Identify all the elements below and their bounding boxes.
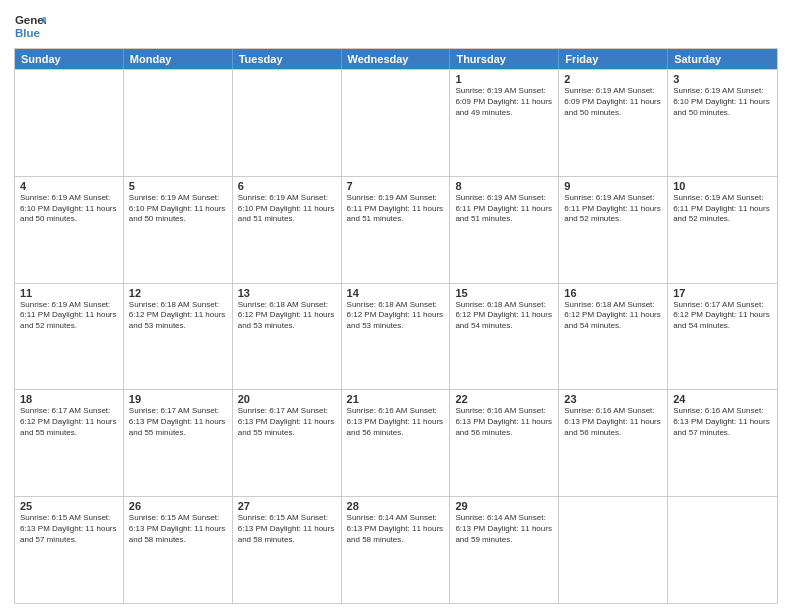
weekday-header: Friday: [559, 49, 668, 69]
day-number: 15: [455, 287, 553, 299]
calendar-day-7: 7Sunrise: 6:19 AM Sunset: 6:11 PM Daylig…: [342, 177, 451, 283]
day-number: 7: [347, 180, 445, 192]
calendar-header: SundayMondayTuesdayWednesdayThursdayFrid…: [15, 49, 777, 69]
day-info: Sunrise: 6:15 AM Sunset: 6:13 PM Dayligh…: [238, 513, 336, 545]
day-number: 6: [238, 180, 336, 192]
day-number: 11: [20, 287, 118, 299]
day-info: Sunrise: 6:19 AM Sunset: 6:10 PM Dayligh…: [673, 86, 772, 118]
day-number: 16: [564, 287, 662, 299]
logo: General Blue: [14, 10, 46, 42]
calendar-day-12: 12Sunrise: 6:18 AM Sunset: 6:12 PM Dayli…: [124, 284, 233, 390]
day-number: 14: [347, 287, 445, 299]
day-info: Sunrise: 6:19 AM Sunset: 6:11 PM Dayligh…: [20, 300, 118, 332]
day-info: Sunrise: 6:19 AM Sunset: 6:10 PM Dayligh…: [238, 193, 336, 225]
day-info: Sunrise: 6:16 AM Sunset: 6:13 PM Dayligh…: [347, 406, 445, 438]
calendar-day-15: 15Sunrise: 6:18 AM Sunset: 6:12 PM Dayli…: [450, 284, 559, 390]
day-info: Sunrise: 6:18 AM Sunset: 6:12 PM Dayligh…: [238, 300, 336, 332]
weekday-header: Tuesday: [233, 49, 342, 69]
weekday-header: Thursday: [450, 49, 559, 69]
day-info: Sunrise: 6:17 AM Sunset: 6:13 PM Dayligh…: [129, 406, 227, 438]
day-info: Sunrise: 6:17 AM Sunset: 6:12 PM Dayligh…: [20, 406, 118, 438]
day-number: 20: [238, 393, 336, 405]
day-info: Sunrise: 6:16 AM Sunset: 6:13 PM Dayligh…: [673, 406, 772, 438]
calendar-day-8: 8Sunrise: 6:19 AM Sunset: 6:11 PM Daylig…: [450, 177, 559, 283]
day-number: 24: [673, 393, 772, 405]
page: General Blue SundayMondayTuesdayWednesda…: [0, 0, 792, 612]
calendar-day-6: 6Sunrise: 6:19 AM Sunset: 6:10 PM Daylig…: [233, 177, 342, 283]
svg-text:Blue: Blue: [15, 27, 41, 39]
day-number: 23: [564, 393, 662, 405]
day-number: 27: [238, 500, 336, 512]
calendar-day-5: 5Sunrise: 6:19 AM Sunset: 6:10 PM Daylig…: [124, 177, 233, 283]
header: General Blue: [14, 10, 778, 42]
weekday-header: Wednesday: [342, 49, 451, 69]
day-number: 10: [673, 180, 772, 192]
weekday-header: Saturday: [668, 49, 777, 69]
day-info: Sunrise: 6:16 AM Sunset: 6:13 PM Dayligh…: [564, 406, 662, 438]
calendar-empty-cell: [15, 70, 124, 176]
calendar-row: 18Sunrise: 6:17 AM Sunset: 6:12 PM Dayli…: [15, 389, 777, 496]
calendar-day-18: 18Sunrise: 6:17 AM Sunset: 6:12 PM Dayli…: [15, 390, 124, 496]
calendar-day-14: 14Sunrise: 6:18 AM Sunset: 6:12 PM Dayli…: [342, 284, 451, 390]
calendar-day-3: 3Sunrise: 6:19 AM Sunset: 6:10 PM Daylig…: [668, 70, 777, 176]
day-number: 29: [455, 500, 553, 512]
day-info: Sunrise: 6:19 AM Sunset: 6:10 PM Dayligh…: [20, 193, 118, 225]
calendar-body: 1Sunrise: 6:19 AM Sunset: 6:09 PM Daylig…: [15, 69, 777, 603]
day-number: 22: [455, 393, 553, 405]
weekday-header: Sunday: [15, 49, 124, 69]
calendar-day-11: 11Sunrise: 6:19 AM Sunset: 6:11 PM Dayli…: [15, 284, 124, 390]
calendar-day-22: 22Sunrise: 6:16 AM Sunset: 6:13 PM Dayli…: [450, 390, 559, 496]
calendar-empty-cell: [668, 497, 777, 603]
day-info: Sunrise: 6:19 AM Sunset: 6:11 PM Dayligh…: [673, 193, 772, 225]
calendar-row: 11Sunrise: 6:19 AM Sunset: 6:11 PM Dayli…: [15, 283, 777, 390]
calendar-empty-cell: [342, 70, 451, 176]
day-info: Sunrise: 6:14 AM Sunset: 6:13 PM Dayligh…: [455, 513, 553, 545]
calendar-empty-cell: [559, 497, 668, 603]
calendar-day-23: 23Sunrise: 6:16 AM Sunset: 6:13 PM Dayli…: [559, 390, 668, 496]
calendar-day-10: 10Sunrise: 6:19 AM Sunset: 6:11 PM Dayli…: [668, 177, 777, 283]
svg-text:General: General: [15, 14, 46, 26]
calendar-day-27: 27Sunrise: 6:15 AM Sunset: 6:13 PM Dayli…: [233, 497, 342, 603]
day-number: 5: [129, 180, 227, 192]
day-info: Sunrise: 6:18 AM Sunset: 6:12 PM Dayligh…: [455, 300, 553, 332]
calendar-day-20: 20Sunrise: 6:17 AM Sunset: 6:13 PM Dayli…: [233, 390, 342, 496]
day-number: 9: [564, 180, 662, 192]
day-number: 3: [673, 73, 772, 85]
calendar-day-9: 9Sunrise: 6:19 AM Sunset: 6:11 PM Daylig…: [559, 177, 668, 283]
day-info: Sunrise: 6:15 AM Sunset: 6:13 PM Dayligh…: [129, 513, 227, 545]
day-info: Sunrise: 6:17 AM Sunset: 6:13 PM Dayligh…: [238, 406, 336, 438]
calendar-day-4: 4Sunrise: 6:19 AM Sunset: 6:10 PM Daylig…: [15, 177, 124, 283]
calendar-row: 25Sunrise: 6:15 AM Sunset: 6:13 PM Dayli…: [15, 496, 777, 603]
day-info: Sunrise: 6:19 AM Sunset: 6:10 PM Dayligh…: [129, 193, 227, 225]
calendar-day-13: 13Sunrise: 6:18 AM Sunset: 6:12 PM Dayli…: [233, 284, 342, 390]
weekday-header: Monday: [124, 49, 233, 69]
day-info: Sunrise: 6:19 AM Sunset: 6:11 PM Dayligh…: [564, 193, 662, 225]
calendar-row: 1Sunrise: 6:19 AM Sunset: 6:09 PM Daylig…: [15, 69, 777, 176]
day-number: 8: [455, 180, 553, 192]
calendar-day-24: 24Sunrise: 6:16 AM Sunset: 6:13 PM Dayli…: [668, 390, 777, 496]
day-info: Sunrise: 6:17 AM Sunset: 6:12 PM Dayligh…: [673, 300, 772, 332]
day-number: 28: [347, 500, 445, 512]
day-info: Sunrise: 6:19 AM Sunset: 6:11 PM Dayligh…: [455, 193, 553, 225]
day-number: 12: [129, 287, 227, 299]
day-info: Sunrise: 6:16 AM Sunset: 6:13 PM Dayligh…: [455, 406, 553, 438]
calendar-day-25: 25Sunrise: 6:15 AM Sunset: 6:13 PM Dayli…: [15, 497, 124, 603]
day-number: 17: [673, 287, 772, 299]
calendar: SundayMondayTuesdayWednesdayThursdayFrid…: [14, 48, 778, 604]
day-info: Sunrise: 6:19 AM Sunset: 6:09 PM Dayligh…: [564, 86, 662, 118]
calendar-day-28: 28Sunrise: 6:14 AM Sunset: 6:13 PM Dayli…: [342, 497, 451, 603]
calendar-row: 4Sunrise: 6:19 AM Sunset: 6:10 PM Daylig…: [15, 176, 777, 283]
day-info: Sunrise: 6:18 AM Sunset: 6:12 PM Dayligh…: [564, 300, 662, 332]
calendar-day-2: 2Sunrise: 6:19 AM Sunset: 6:09 PM Daylig…: [559, 70, 668, 176]
day-number: 2: [564, 73, 662, 85]
day-info: Sunrise: 6:14 AM Sunset: 6:13 PM Dayligh…: [347, 513, 445, 545]
day-info: Sunrise: 6:18 AM Sunset: 6:12 PM Dayligh…: [347, 300, 445, 332]
day-number: 1: [455, 73, 553, 85]
calendar-day-16: 16Sunrise: 6:18 AM Sunset: 6:12 PM Dayli…: [559, 284, 668, 390]
calendar-day-19: 19Sunrise: 6:17 AM Sunset: 6:13 PM Dayli…: [124, 390, 233, 496]
day-number: 19: [129, 393, 227, 405]
day-number: 25: [20, 500, 118, 512]
day-number: 4: [20, 180, 118, 192]
calendar-empty-cell: [233, 70, 342, 176]
logo-icon: General Blue: [14, 10, 46, 42]
